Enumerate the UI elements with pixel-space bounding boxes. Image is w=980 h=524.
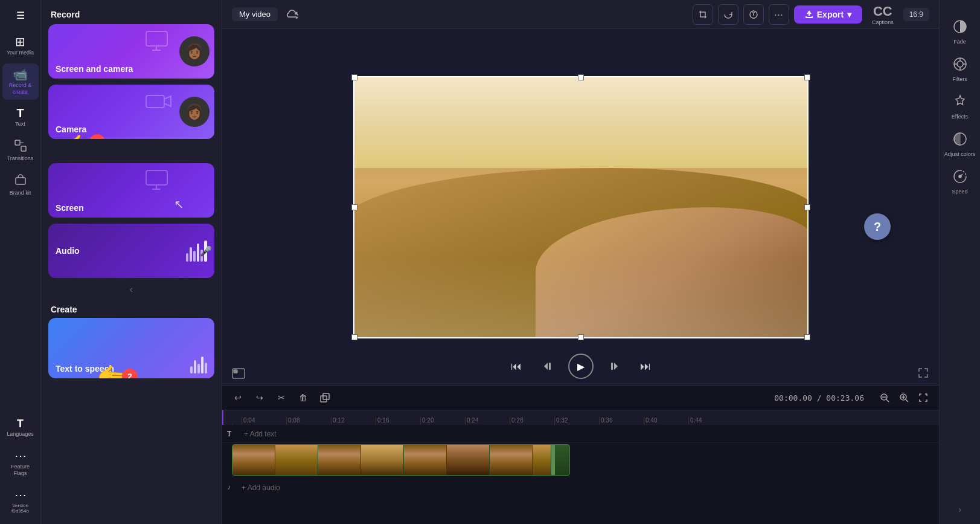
topbar-title[interactable]: My video (232, 7, 278, 21)
captions-btn[interactable]: CC Captions (872, 4, 894, 25)
transitions-icon (14, 140, 27, 154)
right-panel-item-filters[interactable]: Filters (942, 52, 978, 87)
skip-backward-btn[interactable]: ⏮ (505, 355, 527, 377)
ruler-mark-2: 0:08 (286, 417, 331, 425)
crop-tool-btn[interactable] (693, 4, 713, 25)
panel-record-title: Record (41, 0, 222, 24)
svg-rect-0 (15, 140, 20, 145)
text-to-speech-label: Text to speech (56, 364, 114, 374)
right-panel-item-effects[interactable]: Effects (942, 89, 978, 125)
right-panel-item-fade[interactable]: Fade (942, 15, 978, 50)
fullscreen-btn[interactable] (917, 367, 929, 381)
topbar-cloud-icon[interactable] (283, 5, 302, 24)
play-button[interactable]: ▶ (568, 354, 594, 379)
aspect-ratio-badge[interactable]: 16:9 (903, 8, 929, 21)
timeline-undo-btn[interactable]: ↩ (229, 389, 246, 406)
brand-kit-icon (14, 174, 27, 188)
svg-rect-18 (321, 396, 327, 402)
svg-rect-8 (146, 170, 167, 185)
record-card-audio[interactable]: Audio 🎤 (48, 224, 214, 278)
right-panel-item-adjust-colors[interactable]: Adjust colors (942, 127, 978, 162)
record-card-screen-camera[interactable]: Screen and camera 👩🏾 (48, 24, 214, 79)
sidebar-menu-icon[interactable]: ☰ (11, 5, 30, 26)
more-options-btn[interactable]: ⋯ (769, 4, 789, 25)
rewind-btn[interactable] (537, 355, 559, 377)
add-audio-label: + Add audio (242, 484, 280, 492)
adjust-colors-icon (953, 132, 967, 149)
right-panel-collapse-btn[interactable]: › (953, 500, 966, 519)
effects-icon (953, 94, 967, 112)
filters-icon (953, 57, 967, 74)
timeline-ruler: 0:04 0:08 0:12 0:16 0:20 0:24 0:28 0:32 … (222, 410, 939, 425)
panel-collapse-btn[interactable]: ‹ (41, 284, 222, 295)
sidebar-item-text-label: Text (15, 121, 25, 128)
sidebar-item-brand-kit[interactable]: Brand kit (2, 169, 39, 201)
effects-label: Effects (952, 114, 968, 120)
sidebar-item-version[interactable]: ⋯ Versionf9d354b (2, 484, 39, 519)
svg-line-20 (886, 399, 889, 403)
sidebar-item-your-media[interactable]: ⊞ Your media (2, 31, 39, 61)
ruler-mark-5: 0:20 (420, 417, 465, 425)
screen-decoration-icon (145, 169, 172, 195)
sidebar-item-transitions[interactable]: Transitions (2, 135, 39, 167)
record-card-text-to-speech[interactable]: Text to speech 🫱 2 (48, 318, 214, 378)
record-card-camera[interactable]: Camera 👩🏾 🫱 1 (48, 85, 214, 139)
topbar: My video (222, 0, 939, 29)
camera-label: Camera (56, 125, 86, 134)
ruler-marks: 0:04 0:08 0:12 0:16 0:20 0:24 0:28 0:32 … (232, 417, 733, 425)
right-panel-item-speed[interactable]: Speed (942, 164, 978, 199)
monitor-decoration-icon (145, 30, 172, 56)
sidebar-item-feature-flags-label: Feature Flags (5, 464, 36, 477)
svg-rect-17 (323, 393, 329, 399)
clip-right-handle[interactable] (551, 445, 555, 475)
text-track-content: + Add text (242, 425, 939, 442)
clip-frame-7 (490, 445, 532, 475)
add-text-btn[interactable]: + Add text (244, 430, 277, 438)
time-display: 00:00.00 / 00:23.06 (774, 393, 864, 403)
sidebar-item-version-label: Versionf9d354b (11, 503, 29, 514)
canvas-controls: ⏮ ▶ ⏭ (222, 348, 939, 385)
audio-track-row: ♪ + Add audio (222, 477, 939, 497)
camera-decoration-icon (145, 91, 172, 116)
canvas-thumbnail-toggle[interactable] (232, 368, 245, 381)
record-create-icon: 📹 (13, 68, 28, 80)
svg-rect-14 (234, 370, 237, 373)
ruler-mark-10: 0:40 (644, 417, 688, 425)
your-media-icon: ⊞ (15, 36, 25, 48)
panel-scroll: Screen and camera 👩🏾 Camera (41, 24, 222, 524)
help-button[interactable]: ? (864, 213, 891, 240)
record-card-screen[interactable]: Screen ↖ (48, 163, 214, 218)
ruler-mark-3: 0:12 (331, 417, 376, 425)
sidebar-item-text[interactable]: T Text (2, 102, 39, 132)
timeline-duplicate-btn[interactable] (316, 389, 333, 406)
export-button[interactable]: Export ▾ (794, 5, 862, 24)
skip-forward-btn[interactable]: ⏭ (635, 355, 656, 377)
timeline-delete-btn[interactable]: 🗑 (295, 389, 312, 406)
forward-btn[interactable] (603, 355, 625, 377)
fit-timeline-btn[interactable] (915, 389, 932, 406)
sidebar-item-feature-flags[interactable]: ⋯ Feature Flags (2, 445, 39, 482)
sidebar-item-languages[interactable]: T Languages (2, 413, 39, 442)
add-audio-btn[interactable]: + Add audio (242, 482, 280, 493)
timeline-redo-btn[interactable]: ↪ (251, 389, 268, 406)
sidebar-item-your-media-label: Your media (7, 50, 34, 56)
zoom-controls (876, 389, 932, 406)
rotate-tool-btn[interactable] (718, 4, 738, 25)
clip-frame-5 (404, 445, 446, 475)
video-canvas[interactable] (354, 77, 807, 337)
ruler-mark-0 (232, 424, 242, 425)
timeline-cut-btn[interactable]: ✂ (273, 389, 290, 406)
canvas-area: ⏮ ▶ ⏭ ? (222, 29, 939, 385)
zoom-out-btn[interactable] (876, 389, 893, 406)
clip-frame-1 (232, 445, 275, 475)
svg-rect-15 (549, 363, 551, 370)
topbar-right: ⋯ Export ▾ CC Captions 16:9 (693, 4, 929, 25)
sidebar-item-transitions-label: Transitions (7, 155, 34, 162)
sidebar-item-record-create[interactable]: 📹 Record &create (2, 63, 39, 100)
video-track-row (222, 443, 939, 477)
zoom-in-btn[interactable] (895, 389, 912, 406)
reset-tool-btn[interactable] (743, 4, 764, 25)
speed-label: Speed (952, 189, 967, 195)
fade-icon (953, 19, 967, 37)
video-clip[interactable] (232, 444, 570, 476)
